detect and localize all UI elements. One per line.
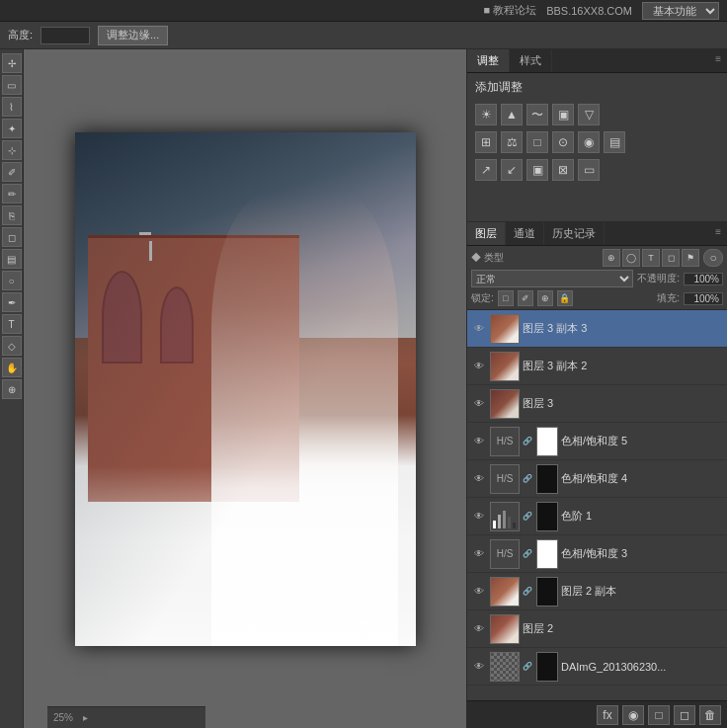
filter-shape-btn[interactable]: ◻	[662, 249, 680, 267]
brush-tool[interactable]: ✏	[2, 184, 22, 203]
layer-thumbnail	[490, 614, 520, 644]
select-tool[interactable]: ▭	[2, 75, 22, 95]
lock-artboard-btn[interactable]: ⊕	[537, 290, 553, 306]
layer-visibility-toggle[interactable]: 👁	[471, 546, 487, 562]
layer-visibility-toggle[interactable]: 👁	[471, 584, 487, 600]
canvas-status-bar: 25% ▸	[47, 706, 205, 728]
lock-label: 锁定:	[471, 291, 494, 305]
hand-tool[interactable]: ✋	[2, 358, 22, 377]
selective-adj-btn[interactable]: ▭	[578, 159, 600, 181]
layer-visibility-toggle[interactable]: 👁	[471, 434, 487, 449]
clone-tool[interactable]: ⎘	[2, 205, 22, 225]
channelmixer-adj-btn[interactable]: ◉	[578, 131, 600, 153]
eyedropper-tool[interactable]: ✐	[2, 162, 22, 182]
lasso-tool[interactable]: ⌇	[2, 97, 22, 117]
lock-pixels-btn[interactable]: □	[498, 290, 514, 306]
curves-adj-btn[interactable]: 〜	[526, 104, 548, 125]
levels-adj-btn[interactable]: ▲	[501, 104, 523, 125]
add-style-btn[interactable]: fx	[597, 705, 618, 725]
layers-filter-row: ◆ 类型 ⊕ ◯ T ◻ ⚑ ○	[471, 249, 723, 267]
filter-pixel-btn[interactable]: ⊕	[603, 249, 620, 267]
gradient-adj-btn[interactable]: ⊠	[552, 159, 574, 181]
layer-visibility-toggle[interactable]: 👁	[471, 359, 487, 374]
blend-mode-select[interactable]: 正常	[471, 270, 633, 287]
crop-tool[interactable]: ⊹	[2, 140, 22, 160]
bw-adj-btn[interactable]: □	[526, 131, 548, 153]
site-text: BBS.16XX8.COM	[546, 5, 632, 17]
hsl-adj-btn[interactable]: ⊞	[475, 131, 497, 153]
layer-visibility-toggle[interactable]: 👁	[471, 471, 487, 487]
layer-item[interactable]: 👁 🔗 DAImG_201306230...	[467, 648, 727, 686]
move-tool[interactable]: ✢	[2, 53, 22, 73]
colorbalance-adj-btn[interactable]: ⚖	[501, 131, 523, 153]
dodge-tool[interactable]: ○	[2, 271, 22, 290]
layer-item[interactable]: 👁 H/S 🔗 色相/饱和度 5	[467, 423, 727, 460]
vibrance-adj-btn[interactable]: ▽	[578, 104, 600, 125]
new-layer-btn[interactable]: ◻	[674, 705, 695, 725]
layer-item[interactable]: 👁 🔗	[467, 498, 727, 535]
lock-position-btn[interactable]: ✐	[518, 290, 533, 306]
opacity-value[interactable]: 100%	[684, 273, 723, 285]
adjust-edge-button[interactable]: 调整边缘...	[98, 26, 168, 45]
text-tool[interactable]: T	[2, 314, 22, 334]
layer-visibility-toggle[interactable]: 👁	[471, 396, 487, 412]
tab-history[interactable]: 历史记录	[544, 222, 605, 245]
adj-icons-row-1: ☀ ▲ 〜 ▣ ▽	[475, 104, 719, 125]
height-input[interactable]	[40, 27, 90, 44]
invert-adj-btn[interactable]: ↗	[475, 159, 497, 181]
layer-name: 图层 2	[523, 621, 723, 636]
tab-layers[interactable]: 图层	[467, 222, 506, 245]
blend-row: 正常 不透明度: 100%	[471, 270, 723, 287]
layer-item[interactable]: 👁 H/S 🔗 色相/饱和度 4	[467, 460, 727, 498]
layers-tabs: 图层 通道 历史记录 ≡	[467, 222, 727, 246]
layer-item[interactable]: 👁 🔗 图层 2 副本	[467, 573, 727, 610]
filter-smart-btn[interactable]: ⚑	[682, 249, 699, 267]
exposure-adj-btn[interactable]: ▣	[552, 104, 574, 125]
layer-thumbnail	[490, 314, 520, 344]
canvas-area[interactable]: 25% ▸	[24, 49, 466, 728]
layer-mask	[536, 577, 558, 607]
layers-panel-menu[interactable]: ≡	[709, 222, 727, 245]
filter-adj-btn[interactable]: ◯	[622, 249, 640, 267]
lock-all-btn[interactable]: 🔒	[557, 290, 573, 306]
layer-name: 色阶 1	[561, 509, 723, 524]
workspace-dropdown[interactable]: 基本功能	[642, 2, 719, 20]
layer-visibility-toggle[interactable]: 👁	[471, 659, 487, 675]
photofilter-adj-btn[interactable]: ⊙	[552, 131, 574, 153]
colorlookup-adj-btn[interactable]: ▤	[604, 131, 625, 153]
magic-wand-tool[interactable]: ✦	[2, 119, 22, 138]
layer-visibility-toggle[interactable]: 👁	[471, 621, 487, 637]
layer-link-icon: 🔗	[523, 539, 532, 569]
tab-adjustments[interactable]: 调整	[467, 49, 510, 72]
layer-visibility-toggle[interactable]: 👁	[471, 509, 487, 525]
layer-item[interactable]: 👁 H/S 🔗 色相/饱和度 3	[467, 535, 727, 573]
new-group-btn[interactable]: □	[648, 705, 670, 725]
layer-item[interactable]: 👁 图层 3	[467, 385, 727, 423]
layer-item[interactable]: 👁 图层 3 副本 2	[467, 348, 727, 385]
layer-item[interactable]: 👁 图层 2	[467, 610, 727, 648]
forum-link[interactable]: ■ 教程论坛	[483, 3, 536, 18]
add-mask-btn[interactable]: ◉	[622, 705, 644, 725]
filter-toggle[interactable]: ○	[703, 249, 723, 267]
brightness-adj-btn[interactable]: ☀	[475, 104, 497, 125]
zoom-tool[interactable]: ⊕	[2, 379, 22, 399]
svg-rect-4	[513, 523, 516, 528]
layer-item[interactable]: 👁 图层 3 副本 3	[467, 310, 727, 348]
eraser-tool[interactable]: ◻	[2, 227, 22, 247]
pen-tool[interactable]: ✒	[2, 292, 22, 312]
posterize-adj-btn[interactable]: ↙	[501, 159, 523, 181]
gradient-tool[interactable]: ▤	[2, 249, 22, 269]
mood-overlay	[75, 132, 416, 646]
threshold-adj-btn[interactable]: ▣	[526, 159, 548, 181]
panel-menu[interactable]: ≡	[709, 49, 727, 72]
layer-visibility-toggle[interactable]: 👁	[471, 321, 487, 337]
layer-name: 色相/饱和度 5	[561, 434, 723, 448]
main-layout: ✢ ▭ ⌇ ✦ ⊹ ✐ ✏ ⎘ ◻ ▤ ○ ✒ T ◇ ✋ ⊕	[0, 49, 727, 728]
filter-text-btn[interactable]: T	[642, 249, 660, 267]
canvas-wrapper	[75, 132, 416, 646]
fill-value[interactable]: 100%	[684, 292, 723, 305]
tab-styles[interactable]: 样式	[510, 49, 552, 72]
delete-layer-btn[interactable]: 🗑	[699, 705, 721, 725]
path-tool[interactable]: ◇	[2, 336, 22, 356]
tab-channels[interactable]: 通道	[506, 222, 544, 245]
